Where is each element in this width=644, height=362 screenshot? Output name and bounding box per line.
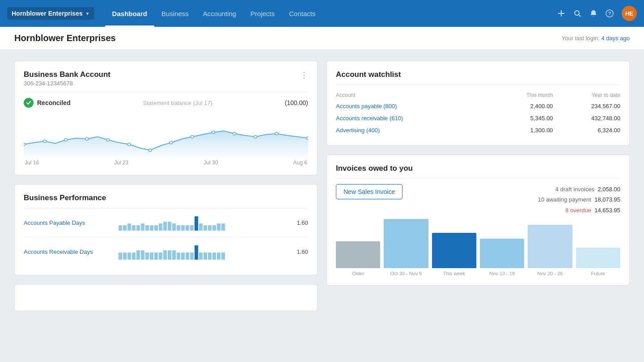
ar-bar	[172, 250, 176, 260]
brand-menu[interactable]: Hornblower Enterprises ▼	[7, 7, 94, 20]
svg-text:?: ?	[608, 11, 611, 16]
overdue-row: 8 overdue 14,653.95	[538, 205, 620, 215]
ar-bar	[217, 253, 220, 260]
nav-link-business[interactable]: Business	[154, 0, 196, 27]
svg-point-10	[106, 139, 110, 141]
last-login-link[interactable]: 4 days ago	[601, 35, 630, 42]
account-watchlist-card: Account watchlist Account This month Yea…	[326, 61, 630, 146]
accounts-payable-label[interactable]: Accounts Payable Days	[24, 219, 113, 226]
ap-bar	[119, 225, 122, 231]
reconcile-row: Reconciled Statement balance (Jul 17) (1…	[24, 98, 308, 108]
invoice-bar	[384, 219, 428, 268]
left-column: Business Bank Account 306-234-12345678 ⋮…	[14, 61, 318, 311]
nav-link-projects[interactable]: Projects	[243, 0, 282, 27]
invoice-bar-group: Nov 13 - 19	[480, 239, 524, 276]
ar-bar	[168, 250, 171, 260]
ar-bar	[127, 253, 131, 260]
ar-bar	[159, 253, 162, 260]
svg-point-13	[169, 141, 173, 144]
accounts-receivable-label[interactable]: Accounts Receivable Days	[24, 248, 113, 255]
svg-line-3	[579, 15, 580, 17]
invoice-bar	[432, 233, 476, 268]
invoice-bar	[336, 241, 380, 269]
brand-arrow: ▼	[85, 11, 90, 16]
svg-point-7	[43, 140, 47, 143]
svg-point-19	[306, 137, 308, 139]
watchlist-row-1-account[interactable]: Accounts payable (800)	[336, 100, 491, 112]
new-sales-invoice-button[interactable]: New Sales Invoice	[336, 184, 402, 199]
ap-bar	[203, 225, 207, 231]
invoices-bar-chart: OlderOct 30 - Nov 5This weekNov 13 - 19N…	[336, 223, 620, 276]
ap-bar	[123, 225, 127, 231]
last-login: Your last login: 4 days ago	[562, 35, 630, 42]
watchlist-row-3-month: 1,300.00	[491, 124, 553, 136]
watchlist-table: Account This month Year to date Accounts…	[336, 90, 620, 136]
invoices-owed-card: Invoices owed to you New Sales Invoice 4…	[326, 155, 630, 286]
more-options-icon[interactable]: ⋮	[300, 70, 308, 80]
watchlist-row-2: Accounts receivable (610) 5,345.00 432,7…	[336, 112, 620, 124]
page-header: Hornblower Enterprises Your last login: …	[0, 27, 644, 50]
svg-point-6	[24, 143, 25, 146]
ar-bar	[119, 253, 122, 260]
user-avatar[interactable]: HE	[622, 6, 637, 21]
invoice-bar	[480, 239, 524, 268]
ap-bar	[199, 223, 203, 231]
invoice-bar-label: Oct 30 - Nov 5	[390, 271, 422, 276]
svg-rect-1	[558, 13, 564, 14]
ap-bar	[217, 223, 220, 231]
ap-bar	[141, 223, 144, 231]
watchlist-row-2-ytd: 432,748.00	[553, 112, 620, 124]
reconcile-label: Reconciled	[37, 99, 71, 106]
accounts-receivable-metric: Accounts Receivable Days 1.60	[24, 244, 308, 260]
main-content: Business Bank Account 306-234-12345678 ⋮…	[0, 50, 644, 322]
svg-point-11	[127, 143, 131, 146]
ar-bar	[136, 250, 140, 260]
ar-bar	[195, 245, 198, 260]
invoices-top: New Sales Invoice 4 draft invoices 2,058…	[336, 184, 620, 215]
notifications-button[interactable]	[589, 9, 597, 17]
brand-name: Hornblower Enterprises	[12, 10, 83, 17]
ar-bar	[212, 253, 216, 260]
ap-bar	[136, 225, 140, 231]
nav-link-contacts[interactable]: Contacts	[282, 0, 322, 27]
ap-bar	[159, 223, 162, 231]
watchlist-row-1: Accounts payable (800) 2,400.00 234,567.…	[336, 100, 620, 112]
add-button[interactable]	[557, 9, 565, 17]
ar-bar	[203, 253, 207, 260]
ap-bar	[145, 225, 149, 231]
ap-bar	[172, 223, 176, 231]
ap-bar	[127, 223, 131, 231]
ap-bar	[195, 216, 198, 231]
accounts-receivable-bars	[119, 244, 287, 260]
ar-bar	[141, 250, 144, 260]
nav-link-dashboard[interactable]: Dashboard	[105, 0, 154, 27]
ar-bar	[199, 253, 203, 260]
watchlist-row-2-account[interactable]: Accounts receivable (610)	[336, 112, 491, 124]
ap-bar	[212, 225, 216, 231]
watchlist-row-3-account[interactable]: Advertising (400)	[336, 124, 491, 136]
ar-bar	[221, 253, 225, 260]
nav-links: Dashboard Business Accounting Projects C…	[105, 0, 323, 27]
reconcile-badge	[24, 98, 34, 108]
svg-point-9	[85, 138, 89, 140]
watchlist-row-1-ytd: 234,567.00	[553, 100, 620, 112]
ar-bar	[154, 253, 158, 260]
watchlist-col-ytd: Year to date	[553, 90, 620, 100]
accounts-payable-value: 1.60	[292, 219, 308, 226]
invoice-bar	[576, 248, 620, 268]
ar-bar	[181, 253, 185, 260]
invoice-bar-group: Nov 20 - 26	[528, 225, 572, 276]
ar-bar	[190, 253, 194, 260]
invoice-bar-label: This week	[443, 271, 466, 276]
search-button[interactable]	[573, 9, 581, 17]
watchlist-row-3-ytd: 6,324.00	[553, 124, 620, 136]
ap-bar	[221, 223, 225, 231]
page-title: Hornblower Enterprises	[14, 33, 116, 43]
ar-bar	[177, 253, 180, 260]
nav-link-accounting[interactable]: Accounting	[196, 0, 243, 27]
extra-card	[14, 284, 318, 311]
ap-bar	[208, 225, 212, 231]
svg-point-17	[254, 135, 257, 138]
statement-amount: (100.00)	[285, 99, 308, 106]
help-button[interactable]: ?	[606, 9, 614, 17]
